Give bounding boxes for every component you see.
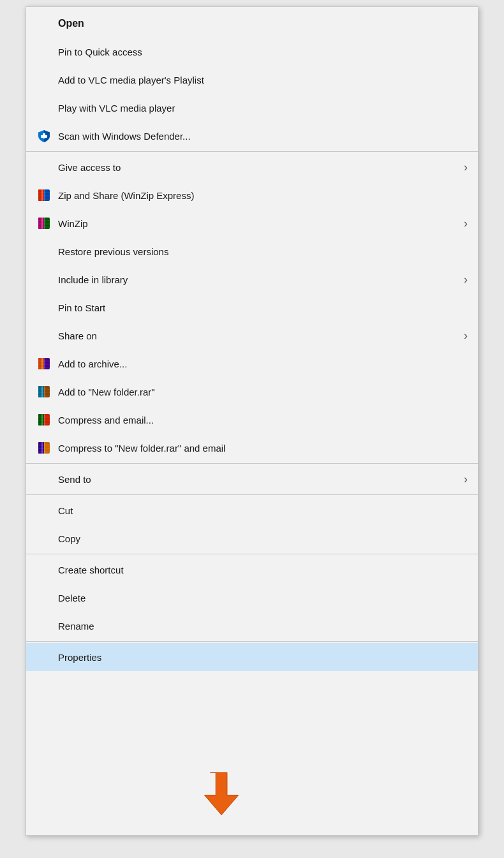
menu-item-label-restore-versions: Restore previous versions — [58, 246, 168, 257]
menu-item-label-rename: Rename — [58, 621, 94, 632]
context-menu: OpenPin to Quick accessAdd to VLC media … — [26, 6, 478, 836]
arrow-down-icon — [202, 767, 253, 818]
menu-item-label-give-access: Give access to — [58, 162, 121, 173]
submenu-arrow-icon — [464, 473, 468, 486]
menu-item-properties[interactable]: Properties — [26, 643, 478, 671]
menu-item-label-delete: Delete — [58, 593, 85, 603]
menu-divider — [26, 494, 478, 495]
svg-rect-35 — [41, 414, 43, 425]
svg-rect-8 — [44, 189, 45, 201]
winzip-icon — [36, 412, 52, 427]
menu-item-compress-new-folder-email[interactable]: Compress to "New folder.rar" and email — [26, 434, 478, 462]
menu-item-include-library[interactable]: Include in library — [26, 265, 478, 293]
svg-rect-6 — [38, 189, 44, 201]
menu-item-winzip[interactable]: WinZip — [26, 209, 478, 237]
menu-item-open[interactable]: Open — [26, 10, 478, 38]
winzip-icon — [36, 216, 52, 231]
menu-item-label-include-library: Include in library — [58, 274, 128, 285]
menu-item-pin-quick-access[interactable]: Pin to Quick access — [26, 38, 478, 66]
svg-rect-13 — [38, 218, 44, 229]
menu-divider — [26, 641, 478, 642]
menu-item-label-zip-share: Zip and Share (WinZip Express) — [58, 190, 194, 201]
svg-rect-7 — [41, 189, 43, 201]
menu-item-label-pin-start: Pin to Start — [58, 302, 105, 313]
menu-item-give-access[interactable]: Give access to — [26, 153, 478, 181]
winzip-icon — [36, 188, 52, 203]
menu-item-share-on[interactable]: Share on — [26, 322, 478, 350]
menu-item-send-to[interactable]: Send to — [26, 465, 478, 493]
arrow-indicator — [202, 767, 253, 820]
menu-item-compress-email[interactable]: Compress and email... — [26, 406, 478, 434]
defender-icon — [36, 128, 52, 144]
menu-item-add-new-folder-rar[interactable]: Add to "New folder.rar" — [26, 378, 478, 406]
menu-item-zip-share[interactable]: Zip and Share (WinZip Express) — [26, 181, 478, 209]
svg-rect-21 — [41, 358, 43, 369]
svg-rect-36 — [44, 414, 45, 425]
menu-item-restore-versions[interactable]: Restore previous versions — [26, 237, 478, 265]
svg-rect-43 — [44, 442, 45, 454]
menu-item-rename[interactable]: Rename — [26, 612, 478, 640]
menu-item-delete[interactable]: Delete — [26, 584, 478, 612]
menu-item-add-vlc-playlist[interactable]: Add to VLC media player's Playlist — [26, 66, 478, 94]
menu-item-add-archive[interactable]: Add to archive... — [26, 350, 478, 378]
menu-item-label-add-archive: Add to archive... — [58, 359, 127, 369]
svg-rect-29 — [44, 386, 45, 397]
menu-item-label-winzip: WinZip — [58, 218, 88, 229]
menu-item-label-pin-quick-access: Pin to Quick access — [58, 47, 142, 57]
menu-item-pin-start[interactable]: Pin to Start — [26, 293, 478, 322]
svg-marker-47 — [204, 773, 238, 815]
svg-rect-27 — [38, 386, 44, 397]
menu-divider — [26, 463, 478, 464]
svg-rect-14 — [41, 218, 43, 229]
menu-item-label-compress-new-folder-email: Compress to "New folder.rar" and email — [58, 443, 225, 454]
menu-item-label-add-new-folder-rar: Add to "New folder.rar" — [58, 387, 155, 397]
menu-item-label-copy: Copy — [58, 533, 80, 544]
menu-item-create-shortcut[interactable]: Create shortcut — [26, 556, 478, 584]
submenu-arrow-icon — [464, 329, 468, 343]
menu-item-label-send-to: Send to — [58, 474, 91, 485]
svg-rect-22 — [44, 358, 45, 369]
menu-item-scan-defender[interactable]: Scan with Windows Defender... — [26, 122, 478, 150]
menu-item-label-add-vlc-playlist: Add to VLC media player's Playlist — [58, 75, 204, 85]
menu-item-copy[interactable]: Copy — [26, 524, 478, 552]
svg-rect-41 — [38, 442, 44, 454]
svg-rect-4 — [41, 136, 47, 138]
menu-item-label-share-on: Share on — [58, 330, 97, 341]
menu-divider — [26, 151, 478, 152]
submenu-arrow-icon — [464, 273, 468, 286]
submenu-arrow-icon — [464, 217, 468, 230]
submenu-arrow-icon — [464, 161, 468, 174]
winzip-icon — [36, 384, 52, 399]
menu-item-label-scan-defender: Scan with Windows Defender... — [58, 131, 191, 142]
svg-rect-34 — [38, 414, 44, 425]
svg-rect-42 — [41, 442, 43, 454]
winzip-icon — [36, 440, 52, 455]
winzip-icon — [36, 356, 52, 371]
menu-item-label-create-shortcut: Create shortcut — [58, 565, 124, 575]
svg-rect-20 — [38, 358, 44, 369]
menu-item-label-compress-email: Compress and email... — [58, 415, 154, 425]
svg-rect-28 — [41, 386, 43, 397]
menu-item-label-cut: Cut — [58, 505, 73, 516]
menu-item-label-open: Open — [58, 18, 84, 29]
svg-rect-15 — [44, 218, 45, 229]
menu-item-label-play-vlc: Play with VLC media player — [58, 103, 175, 114]
menu-item-cut[interactable]: Cut — [26, 496, 478, 524]
menu-item-label-properties: Properties — [58, 652, 101, 663]
menu-item-play-vlc[interactable]: Play with VLC media player — [26, 94, 478, 122]
menu-divider — [26, 554, 478, 554]
